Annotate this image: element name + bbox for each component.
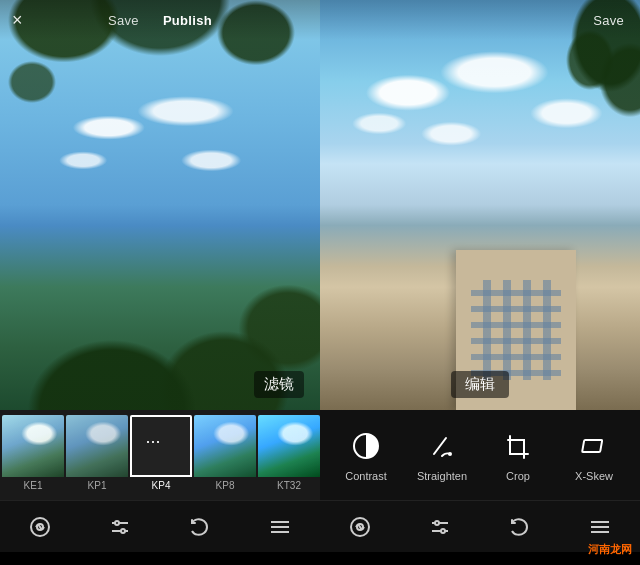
contrast-svg (350, 430, 382, 462)
edit-label: 编辑 (451, 371, 509, 398)
right-header: Save (320, 0, 640, 40)
svg-point-4 (115, 521, 119, 525)
contrast-tool[interactable]: Contrast (331, 428, 401, 482)
save-button[interactable]: Save (108, 13, 139, 28)
filter-kt32-label: KT32 (277, 480, 301, 491)
filter-kp8-label: KP8 (216, 480, 235, 491)
svg-point-16 (435, 521, 439, 525)
xskew-tool[interactable]: X-Skew (559, 428, 629, 482)
crop-label: Crop (506, 470, 530, 482)
left-bottom-toolbar (0, 500, 320, 552)
svg-point-10 (448, 452, 452, 456)
filter-ke1[interactable]: KE1 (2, 415, 64, 495)
undo-icon[interactable] (178, 505, 222, 549)
straighten-tool[interactable]: Straighten (407, 428, 477, 482)
svg-point-17 (441, 529, 445, 533)
filter-svg-icon (28, 515, 52, 539)
xskew-svg (578, 430, 610, 462)
svg-rect-11 (582, 440, 602, 452)
xskew-label: X-Skew (575, 470, 613, 482)
undo-svg-icon (188, 515, 212, 539)
filter-label: 滤镜 (254, 371, 304, 398)
adjust-icon[interactable] (98, 505, 142, 549)
right-undo-svg-icon (508, 515, 532, 539)
filter-kp8-preview (194, 415, 256, 477)
filter-kt32-preview (258, 415, 320, 477)
filter-strip: KE1 KP1 KP4 KP8 KT32 (0, 410, 320, 500)
crop-tool[interactable]: Crop (483, 428, 553, 482)
filter-ke1-preview (2, 415, 64, 477)
filter-kp4[interactable]: KP4 (130, 415, 192, 495)
straighten-icon (424, 428, 460, 464)
right-menu-svg-icon (588, 515, 612, 539)
filter-icon[interactable] (18, 505, 62, 549)
svg-point-5 (121, 529, 125, 533)
filter-ke1-label: KE1 (24, 480, 43, 491)
crop-icon (500, 428, 536, 464)
left-header-buttons: Save Publish (108, 13, 212, 28)
close-button[interactable]: × (12, 10, 23, 31)
xskew-icon (576, 428, 612, 464)
filter-kp4-label: KP4 (152, 480, 171, 491)
left-header: × Save Publish (0, 0, 320, 40)
filter-kp1[interactable]: KP1 (66, 415, 128, 495)
filter-kp8[interactable]: KP8 (194, 415, 256, 495)
filter-kp4-preview (130, 415, 192, 477)
crop-svg (502, 430, 534, 462)
filter-kt32[interactable]: KT32 (258, 415, 320, 495)
filter-kp1-preview (66, 415, 128, 477)
right-undo-icon[interactable] (498, 505, 542, 549)
watermark: 河南龙网 (588, 542, 632, 557)
right-save-button[interactable]: Save (593, 13, 624, 28)
right-filter-svg-icon (348, 515, 372, 539)
left-panel: × Save Publish 滤镜 KE1 KP1 KP4 KP8 KT32 (0, 0, 320, 565)
menu-icon[interactable] (258, 505, 302, 549)
contrast-label: Contrast (345, 470, 387, 482)
publish-button[interactable]: Publish (163, 13, 212, 28)
contrast-icon (348, 428, 384, 464)
right-panel: Save 编辑 Contrast Straighten (320, 0, 640, 565)
adjust-svg-icon (108, 515, 132, 539)
left-photo: × Save Publish 滤镜 (0, 0, 320, 410)
right-adjust-svg-icon (428, 515, 452, 539)
straighten-label: Straighten (417, 470, 467, 482)
straighten-svg (426, 430, 458, 462)
edit-tools: Contrast Straighten Crop (320, 410, 640, 500)
right-adjust-icon[interactable] (418, 505, 462, 549)
filter-kp1-label: KP1 (88, 480, 107, 491)
menu-svg-icon (268, 515, 292, 539)
right-filter-icon[interactable] (338, 505, 382, 549)
right-photo: Save 编辑 (320, 0, 640, 410)
